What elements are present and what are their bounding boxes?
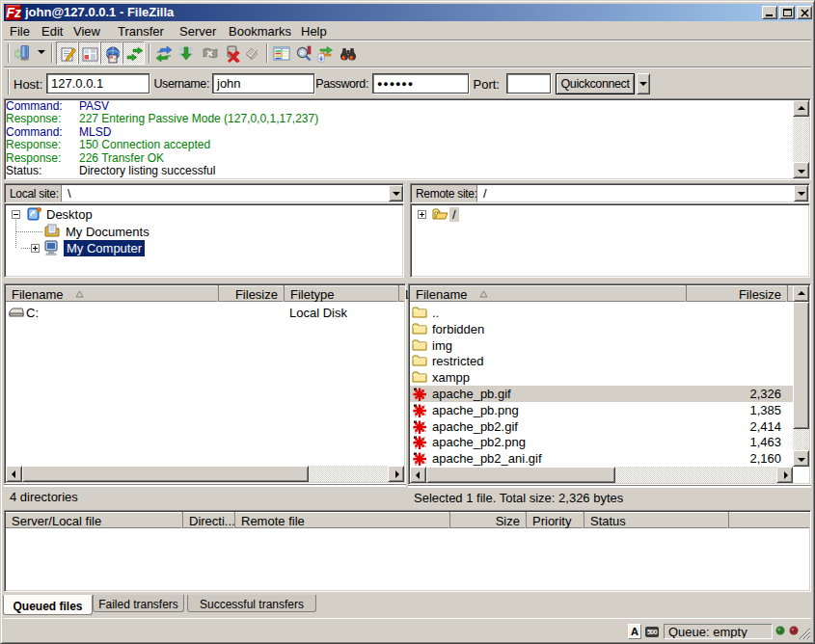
svg-text:Fz: Fz xyxy=(7,5,22,20)
